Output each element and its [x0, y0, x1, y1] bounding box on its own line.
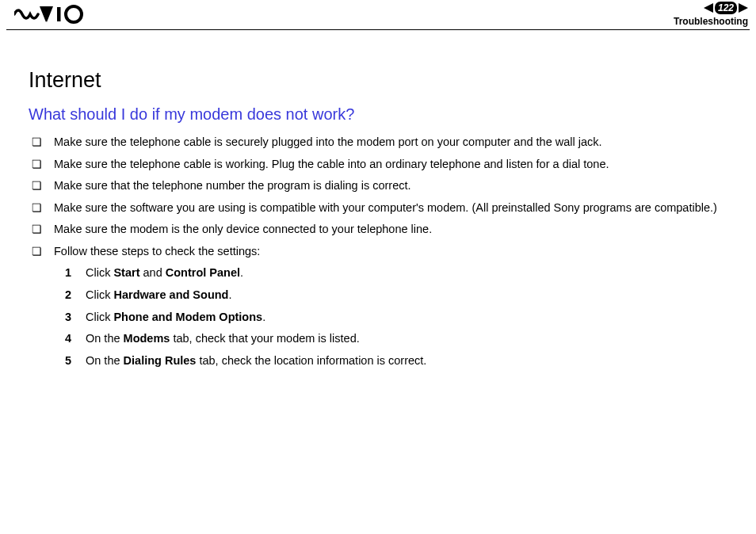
step-text-pre: Click — [86, 288, 113, 301]
step-number: 4 — [65, 331, 71, 347]
step-text-pre: Click — [86, 311, 113, 323]
step-item: 2 Click Hardware and Sound. — [65, 288, 727, 303]
step-number: 2 — [65, 288, 71, 303]
step-text-bold: Modems — [124, 332, 170, 345]
step-item: 5 On the Dialing Rules tab, check the lo… — [65, 353, 727, 369]
step-text-pre: On the — [86, 354, 124, 367]
step-text-bold: Start — [113, 266, 139, 279]
step-text-mid: tab, check the location information is c… — [196, 354, 426, 367]
svg-rect-1 — [57, 7, 61, 21]
vaio-logo — [14, 5, 86, 24]
bullet-list: Make sure the telephone cable is securel… — [29, 135, 727, 259]
step-text-mid: and — [140, 266, 166, 279]
numbered-steps: 1 Click Start and Control Panel. 2 Click… — [29, 265, 727, 368]
step-text-post: . — [228, 288, 231, 301]
step-text-bold: Dialing Rules — [124, 354, 197, 367]
prev-page-arrow-icon[interactable] — [704, 3, 713, 13]
svg-point-2 — [66, 6, 82, 22]
list-item: Make sure the telephone cable is working… — [32, 157, 727, 173]
list-item: Make sure the software you are using is … — [32, 200, 727, 216]
page-header: 122 Troubleshooting — [6, 0, 750, 30]
step-text-post: . — [240, 266, 243, 279]
step-text-post: . — [262, 311, 265, 323]
step-text-bold: Phone and Modem Options — [113, 311, 262, 323]
step-text-mid: tab, check that your modem is listed. — [170, 332, 359, 345]
step-item: 1 Click Start and Control Panel. — [65, 265, 727, 281]
list-item: Make sure that the telephone number the … — [32, 178, 727, 194]
step-number: 3 — [65, 310, 71, 326]
step-text-pre: On the — [86, 332, 124, 345]
page-number-badge: 122 — [715, 2, 737, 14]
list-item: Make sure the telephone cable is securel… — [32, 135, 727, 151]
step-text-bold2: Control Panel — [166, 266, 240, 279]
step-text-pre: Click — [86, 266, 113, 279]
step-text-bold: Hardware and Sound — [113, 288, 228, 301]
list-item: Make sure the modem is the only device c… — [32, 222, 727, 238]
step-item: 4 On the Modems tab, check that your mod… — [65, 331, 727, 347]
section-label: Troubleshooting — [674, 16, 748, 27]
list-item: Follow these steps to check the settings… — [32, 244, 727, 260]
step-number: 1 — [65, 265, 71, 281]
header-right: 122 Troubleshooting — [674, 2, 748, 27]
step-item: 3 Click Phone and Modem Options. — [65, 310, 727, 326]
main-heading: Internet — [29, 68, 727, 93]
step-number: 5 — [65, 353, 71, 369]
sub-heading: What should I do if my modem does not wo… — [29, 105, 727, 124]
page-navigation: 122 — [674, 2, 748, 14]
page-content: Internet What should I do if my modem do… — [0, 30, 756, 368]
next-page-arrow-icon[interactable] — [739, 3, 748, 13]
